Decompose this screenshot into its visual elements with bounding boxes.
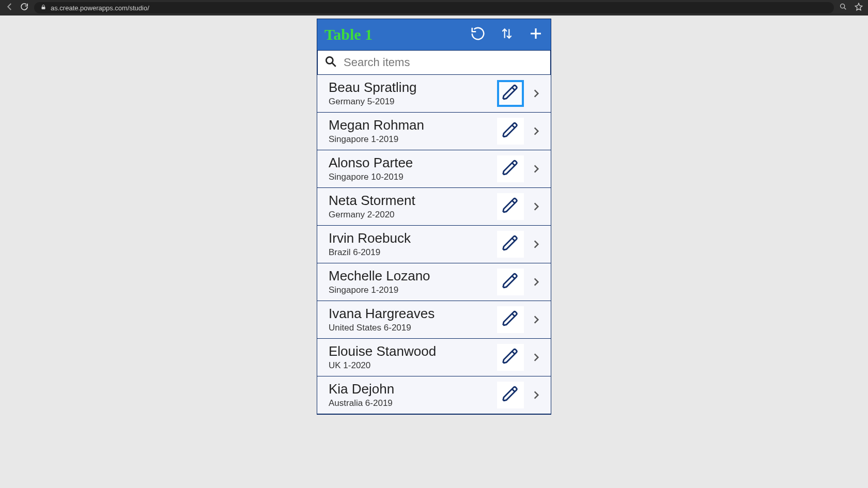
list-item-text: Megan RohmanSingapore 1-2019 <box>329 118 497 145</box>
list-item-text: Alonso ParteeSingapore 10-2019 <box>329 155 497 182</box>
list-item-text: Mechelle LozanoSingapore 1-2019 <box>329 269 497 295</box>
refresh-icon[interactable] <box>470 26 486 43</box>
list: Beau SpratlingGermany 5-2019Megan Rohman… <box>317 75 551 414</box>
list-item-title: Irvin Roebuck <box>329 231 497 246</box>
chevron-right-icon[interactable] <box>529 237 544 251</box>
search-input[interactable] <box>344 56 544 69</box>
svg-point-1 <box>841 4 845 8</box>
list-item[interactable]: Irvin RoebuckBrazil 6-2019 <box>317 226 551 263</box>
list-item-actions <box>497 382 544 408</box>
list-item[interactable]: Beau SpratlingGermany 5-2019 <box>317 75 551 113</box>
list-item-subtitle: Singapore 1-2019 <box>329 134 497 145</box>
list-item-title: Kia Dejohn <box>329 382 497 397</box>
edit-button[interactable] <box>497 269 524 295</box>
list-item[interactable]: Neta StormentGermany 2-2020 <box>317 188 551 226</box>
app-frame: Table 1 Beau SpratlingGermany 5-2019Mega… <box>317 19 551 415</box>
chevron-right-icon[interactable] <box>529 312 544 327</box>
add-icon[interactable] <box>528 26 544 43</box>
sort-icon[interactable] <box>500 26 514 43</box>
list-item-subtitle: Germany 2-2020 <box>329 210 497 220</box>
list-item[interactable]: Ivana HargreavesUnited States 6-2019 <box>317 301 551 339</box>
list-item-actions <box>497 344 544 371</box>
list-item-actions <box>497 231 544 258</box>
list-item-actions <box>497 80 544 107</box>
list-item-text: Kia DejohnAustralia 6-2019 <box>329 382 497 408</box>
star-icon[interactable] <box>855 3 863 13</box>
pencil-icon <box>502 272 519 292</box>
zoom-icon[interactable] <box>839 3 847 13</box>
edit-button[interactable] <box>497 344 524 371</box>
address-bar[interactable]: as.create.powerapps.com/studio/ <box>34 2 834 13</box>
chevron-right-icon[interactable] <box>529 199 544 214</box>
edit-button[interactable] <box>497 155 524 182</box>
list-item-actions <box>497 155 544 182</box>
edit-button[interactable] <box>497 231 524 258</box>
list-item-subtitle: Singapore 10-2019 <box>329 172 497 182</box>
list-item[interactable]: Mechelle LozanoSingapore 1-2019 <box>317 263 551 301</box>
list-item-text: Irvin RoebuckBrazil 6-2019 <box>329 231 497 258</box>
list-item-title: Mechelle Lozano <box>329 269 497 284</box>
lock-icon <box>40 4 47 12</box>
chevron-right-icon[interactable] <box>529 162 544 176</box>
back-icon[interactable] <box>5 2 14 14</box>
pencil-icon <box>502 159 519 179</box>
edit-button[interactable] <box>497 80 524 107</box>
list-item-subtitle: Singapore 1-2019 <box>329 285 497 295</box>
pencil-icon <box>502 348 519 367</box>
browser-chrome: as.create.powerapps.com/studio/ <box>0 0 868 15</box>
list-item-text: Elouise StanwoodUK 1-2020 <box>329 344 497 371</box>
list-item-title: Elouise Stanwood <box>329 344 497 359</box>
list-item-subtitle: Germany 5-2019 <box>329 97 497 107</box>
list-item[interactable]: Alonso ParteeSingapore 10-2019 <box>317 150 551 188</box>
pencil-icon <box>502 234 519 254</box>
header-icons <box>470 26 544 43</box>
pencil-icon <box>502 121 519 141</box>
chevron-right-icon[interactable] <box>529 86 544 101</box>
chevron-right-icon[interactable] <box>529 350 544 365</box>
list-item[interactable]: Elouise StanwoodUK 1-2020 <box>317 339 551 376</box>
list-item-actions <box>497 193 544 220</box>
app-title: Table 1 <box>324 26 470 43</box>
list-item-subtitle: Brazil 6-2019 <box>329 247 497 258</box>
pencil-icon <box>502 310 519 329</box>
edit-button[interactable] <box>497 118 524 145</box>
list-item-title: Alonso Partee <box>329 155 497 171</box>
edit-button[interactable] <box>497 193 524 220</box>
chevron-right-icon[interactable] <box>529 124 544 138</box>
canvas-stage: Table 1 Beau SpratlingGermany 5-2019Mega… <box>0 15 868 415</box>
edit-button[interactable] <box>497 382 524 408</box>
list-item[interactable]: Megan RohmanSingapore 1-2019 <box>317 113 551 150</box>
app-header: Table 1 <box>317 19 551 50</box>
list-item-title: Neta Storment <box>329 193 497 209</box>
list-item-title: Ivana Hargreaves <box>329 306 497 322</box>
list-item-subtitle: UK 1-2020 <box>329 360 497 371</box>
list-item[interactable]: Kia DejohnAustralia 6-2019 <box>317 376 551 414</box>
reload-icon[interactable] <box>20 2 29 13</box>
edit-button[interactable] <box>497 306 524 333</box>
list-item-text: Neta StormentGermany 2-2020 <box>329 193 497 220</box>
list-item-actions <box>497 269 544 295</box>
search-row <box>317 50 551 75</box>
list-item-text: Beau SpratlingGermany 5-2019 <box>329 80 497 107</box>
address-url: as.create.powerapps.com/studio/ <box>51 4 149 12</box>
search-icon <box>324 55 337 70</box>
list-item-title: Beau Spratling <box>329 80 497 96</box>
list-item-subtitle: United States 6-2019 <box>329 323 497 333</box>
chevron-right-icon[interactable] <box>529 388 544 402</box>
list-item-actions <box>497 306 544 333</box>
chevron-right-icon[interactable] <box>529 275 544 289</box>
pencil-icon <box>502 197 519 216</box>
svg-point-2 <box>326 57 333 64</box>
pencil-icon <box>502 385 519 405</box>
list-item-text: Ivana HargreavesUnited States 6-2019 <box>329 306 497 333</box>
list-item-subtitle: Australia 6-2019 <box>329 398 497 408</box>
svg-rect-0 <box>42 7 45 9</box>
list-item-actions <box>497 118 544 145</box>
list-item-title: Megan Rohman <box>329 118 497 133</box>
pencil-icon <box>502 84 519 103</box>
chrome-right <box>839 3 863 13</box>
